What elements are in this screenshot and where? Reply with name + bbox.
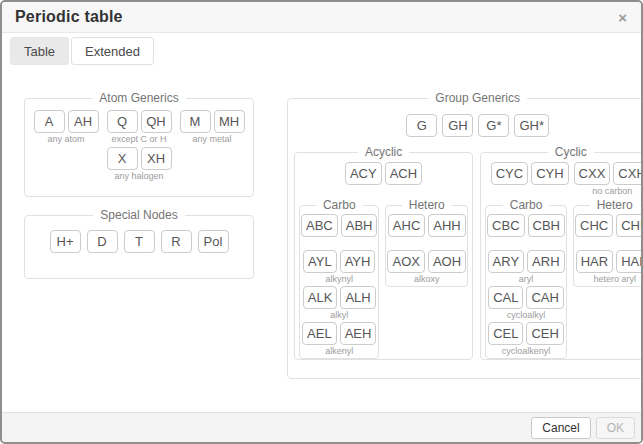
btn-g-star[interactable]: G* xyxy=(478,114,509,137)
pair-acy-ach: ACY ACH xyxy=(345,162,422,198)
tab-extended[interactable]: Extended xyxy=(71,37,154,65)
button-pair-cell: CEL CEH cycloalkenyl xyxy=(487,322,565,358)
pair-caption: alkyl xyxy=(330,309,348,322)
cancel-button[interactable]: Cancel xyxy=(531,417,590,439)
btn-arh[interactable]: ARH xyxy=(527,250,564,273)
btn-ah[interactable]: AH xyxy=(68,110,99,133)
btn-abc[interactable]: ABC xyxy=(301,214,338,237)
pair-caption: alkoxy xyxy=(414,273,440,286)
btn-q[interactable]: Q xyxy=(107,110,138,133)
btn-ael[interactable]: AEL xyxy=(302,322,337,345)
btn-har[interactable]: HAR xyxy=(576,250,613,273)
ok-button[interactable]: OK xyxy=(596,417,635,439)
special-nodes-legend: Special Nodes xyxy=(93,209,184,222)
btn-alk[interactable]: ALK xyxy=(303,286,338,309)
periodic-table-dialog: Periodic table × Table Extended Atom Gen… xyxy=(0,0,643,444)
btn-ceh[interactable]: CEH xyxy=(526,322,563,345)
acyclic-subfieldsets: Carbo ABC ABH AYL AYH xyxy=(299,199,468,359)
btn-xh[interactable]: XH xyxy=(141,147,172,170)
btn-qh[interactable]: QH xyxy=(141,110,172,133)
special-nodes-fieldset: Special Nodes H+ D T R Pol xyxy=(24,209,254,279)
tab-table[interactable]: Table xyxy=(10,37,69,65)
dialog-title: Periodic table xyxy=(15,8,123,26)
dialog-header: Periodic table × xyxy=(2,2,641,33)
atom-generics-row-2: X XH any halogen xyxy=(25,147,253,183)
pair-caption: except C or H xyxy=(111,133,166,146)
acyclic-carbo-legend: Carbo xyxy=(316,199,363,212)
special-nodes-row: H+ D T R Pol xyxy=(25,230,253,253)
pair-caption: alkynyl xyxy=(325,273,353,286)
btn-aox[interactable]: AOX xyxy=(387,250,424,273)
btn-cyc[interactable]: CYC xyxy=(491,162,528,185)
btn-gh-star[interactable]: GH* xyxy=(514,114,549,137)
acyclic-top-row: ACY ACH xyxy=(295,162,472,198)
btn-cel[interactable]: CEL xyxy=(488,322,523,345)
btn-ayh[interactable]: AYH xyxy=(340,250,376,273)
button-pair-cell: ABC ABH xyxy=(301,214,377,250)
tab-bar: Table Extended xyxy=(10,37,154,65)
btn-alh[interactable]: ALH xyxy=(340,286,375,309)
acyclic-fieldset: Acyclic ACY ACH Carbo xyxy=(294,146,473,360)
group-generics-legend: Group Generics xyxy=(428,92,527,105)
pair-caption: cycloalkyl xyxy=(507,309,546,322)
btn-chc[interactable]: CHC xyxy=(575,214,613,237)
btn-cah[interactable]: CAH xyxy=(526,286,563,309)
btn-cxx[interactable]: CXX xyxy=(574,162,611,185)
btn-ayl[interactable]: AYL xyxy=(303,250,337,273)
btn-t[interactable]: T xyxy=(124,230,155,253)
acyclic-hetero-fieldset: Hetero AHC AHH AOX AOH xyxy=(385,199,468,287)
pair-cxx-cxh: CXX CXH no carbon xyxy=(574,162,643,198)
btn-h-plus[interactable]: H+ xyxy=(50,230,81,253)
btn-d[interactable]: D xyxy=(87,230,118,253)
pair-caption: any atom xyxy=(47,133,84,146)
button-pair-cell: ALK ALH alkyl xyxy=(301,286,377,322)
button-pair-cell: HAR HAH hetero aryl xyxy=(575,250,643,286)
atom-generics-fieldset: Atom Generics A AH any atom Q QH except … xyxy=(24,92,254,197)
acyclic-carbo-fieldset: Carbo ABC ABH AYL AYH xyxy=(299,199,379,359)
acyclic-legend: Acyclic xyxy=(358,146,409,159)
btn-chh[interactable]: CHH xyxy=(616,214,643,237)
btn-r[interactable]: R xyxy=(161,230,192,253)
btn-x[interactable]: X xyxy=(107,147,138,170)
pair-caption: alkenyl xyxy=(325,345,353,358)
button-pair-cell: AOX AOH alkoxy xyxy=(387,250,466,286)
cyclic-carbo-legend: Carbo xyxy=(503,199,550,212)
btn-cbh[interactable]: CBH xyxy=(528,214,565,237)
pair-cyc-cyh: CYC CYH xyxy=(491,162,569,198)
btn-cxh[interactable]: CXH xyxy=(613,162,643,185)
close-icon[interactable]: × xyxy=(617,10,628,25)
btn-cyh[interactable]: CYH xyxy=(531,162,568,185)
btn-pol[interactable]: Pol xyxy=(198,230,229,253)
pair-any-atom: A AH any atom xyxy=(34,110,99,146)
pair-caption: any metal xyxy=(192,133,231,146)
btn-cal[interactable]: CAL xyxy=(488,286,523,309)
btn-aeh[interactable]: AEH xyxy=(340,322,377,345)
button-pair-cell: AHC AHH xyxy=(387,214,466,250)
cyclic-fieldset: Cyclic CYC CYH CXX CXH no xyxy=(480,146,643,360)
button-pair-cell: AYL AYH alkynyl xyxy=(301,250,377,286)
btn-m[interactable]: M xyxy=(180,110,211,133)
btn-gh[interactable]: GH xyxy=(442,114,473,137)
btn-ach[interactable]: ACH xyxy=(385,162,422,185)
btn-ahc[interactable]: AHC xyxy=(388,214,425,237)
group-generics-row: G GH G* GH* xyxy=(294,114,643,137)
btn-aoh[interactable]: AOH xyxy=(428,250,466,273)
dialog-footer: Cancel OK xyxy=(2,412,641,442)
btn-ahh[interactable]: AHH xyxy=(428,214,465,237)
btn-ary[interactable]: ARY xyxy=(488,250,525,273)
btn-cbc[interactable]: CBC xyxy=(487,214,524,237)
cyclic-hetero-legend: Hetero xyxy=(590,199,640,212)
group-generics-fieldset: Group Generics G GH G* GH* Acyclic ACY A… xyxy=(287,92,643,379)
btn-acy[interactable]: ACY xyxy=(345,162,382,185)
btn-abh[interactable]: ABH xyxy=(341,214,378,237)
btn-g[interactable]: G xyxy=(406,114,437,137)
pair-caption: no carbon xyxy=(592,185,632,198)
btn-mh[interactable]: MH xyxy=(214,110,245,133)
atom-generics-row-1: A AH any atom Q QH except C or H M MH an… xyxy=(25,110,253,146)
btn-hah[interactable]: HAH xyxy=(616,250,643,273)
cyclic-legend: Cyclic xyxy=(548,146,594,159)
acyclic-hetero-legend: Hetero xyxy=(402,199,452,212)
pair-any-halogen: X XH any halogen xyxy=(107,147,172,183)
btn-a[interactable]: A xyxy=(34,110,65,133)
pair-caption: any halogen xyxy=(114,170,163,183)
